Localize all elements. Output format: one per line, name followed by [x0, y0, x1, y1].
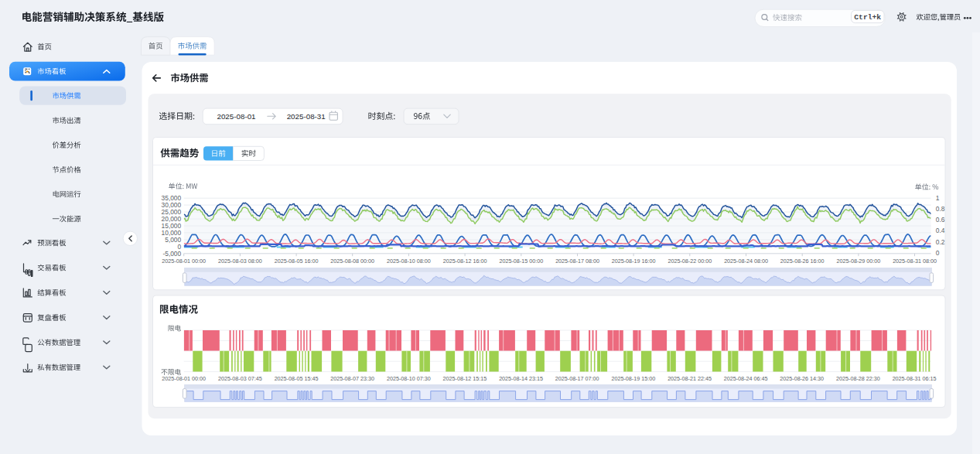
svg-text:2025-08-05 15:45: 2025-08-05 15:45: [275, 375, 319, 382]
svg-text:2025-08-29 00:00: 2025-08-29 00:00: [837, 258, 881, 265]
svg-text:2025-08-31 06:15: 2025-08-31 06:15: [893, 375, 937, 382]
svg-text:Ctrl+k: Ctrl+k: [854, 13, 881, 22]
svg-text:2025-08-24 06:45: 2025-08-24 06:45: [724, 375, 768, 382]
svg-text:-5,000: -5,000: [162, 250, 181, 258]
svg-text:2025-08-22 00:00: 2025-08-22 00:00: [668, 258, 712, 265]
svg-text:2025-08-17 08:00: 2025-08-17 08:00: [555, 258, 599, 265]
svg-text:2025-08-14 23:15: 2025-08-14 23:15: [499, 375, 543, 382]
svg-text:2025-08-01 00:00: 2025-08-01 00:00: [162, 375, 206, 382]
svg-text:2025-08-26 16:00: 2025-08-26 16:00: [780, 258, 825, 265]
svg-text:1: 1: [936, 194, 940, 202]
svg-text:2025-08-19 16:00: 2025-08-19 16:00: [612, 258, 656, 265]
svg-text:2025-08-19 15:00: 2025-08-19 15:00: [611, 375, 655, 382]
svg-text:2025-08-01: 2025-08-01: [217, 112, 255, 121]
svg-text:2025-08-24 08:00: 2025-08-24 08:00: [724, 258, 768, 265]
svg-text:2025-08-12 15:15: 2025-08-12 15:15: [443, 375, 487, 382]
svg-text:0.6: 0.6: [936, 216, 945, 224]
svg-text:2025-08-12 16:00: 2025-08-12 16:00: [443, 258, 487, 265]
svg-text:2025-08-28 22:30: 2025-08-28 22:30: [836, 375, 880, 382]
svg-text:2025-08-15 00:00: 2025-08-15 00:00: [499, 258, 543, 265]
svg-text:2025-08-10 07:30: 2025-08-10 07:30: [387, 375, 431, 382]
svg-text:0: 0: [936, 249, 940, 257]
svg-text:2025-08-31: 2025-08-31: [287, 112, 326, 121]
svg-text:2025-08-03 08:00: 2025-08-03 08:00: [218, 258, 262, 265]
svg-text:0.8: 0.8: [936, 205, 945, 213]
svg-text:2025-08-07 23:30: 2025-08-07 23:30: [330, 375, 374, 382]
svg-text:2025-08-08 00:00: 2025-08-08 00:00: [330, 258, 374, 265]
svg-text:0.2: 0.2: [936, 238, 945, 246]
svg-text:2025-08-17 07:00: 2025-08-17 07:00: [555, 375, 599, 382]
svg-text:2025-08-21 22:45: 2025-08-21 22:45: [668, 375, 712, 382]
svg-text:2025-08-05 16:00: 2025-08-05 16:00: [275, 258, 319, 265]
svg-text:2025-08-31 08:00: 2025-08-31 08:00: [893, 258, 937, 265]
svg-text:2025-08-03 07:45: 2025-08-03 07:45: [218, 375, 262, 382]
svg-text:0.4: 0.4: [936, 227, 945, 234]
svg-text:2025-08-10 08:00: 2025-08-10 08:00: [387, 258, 431, 265]
svg-text:2025-08-01 00:00: 2025-08-01 00:00: [162, 258, 206, 265]
svg-text:2025-08-26 14:30: 2025-08-26 14:30: [780, 375, 824, 382]
